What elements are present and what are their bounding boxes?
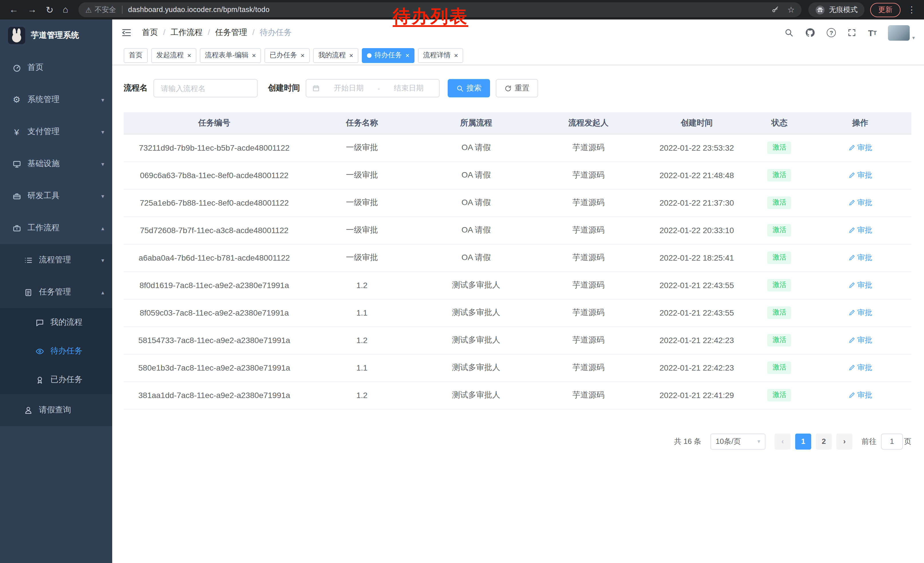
key-icon[interactable] bbox=[771, 6, 780, 14]
forward-icon[interactable]: → bbox=[27, 5, 37, 15]
chevron-down-icon: ▾ bbox=[101, 96, 104, 103]
prev-page-button[interactable]: ‹ bbox=[775, 433, 790, 449]
table-row: 8f0d1619-7ac8-11ec-a9e2-a2380e71991a 1.2… bbox=[124, 272, 911, 299]
page-size-select[interactable]: 10条/页 ▾ bbox=[711, 433, 765, 449]
tab-start-process[interactable]: 发起流程× bbox=[151, 48, 196, 63]
help-icon[interactable]: ? bbox=[826, 28, 836, 37]
active-dot-icon bbox=[367, 53, 372, 57]
tab-done-tasks[interactable]: 已办任务× bbox=[264, 48, 310, 63]
col-created: 创建时间 bbox=[644, 112, 750, 134]
close-icon[interactable]: × bbox=[454, 52, 458, 59]
close-icon[interactable]: × bbox=[405, 52, 410, 59]
search-icon bbox=[456, 84, 464, 92]
sidebar-item-task-mgmt[interactable]: 任务管理 ▴ bbox=[0, 276, 112, 308]
search-icon[interactable] bbox=[784, 28, 794, 37]
approve-link[interactable]: 审批 bbox=[848, 143, 872, 153]
approve-link[interactable]: 审批 bbox=[848, 170, 872, 180]
goto-page-input[interactable] bbox=[881, 433, 903, 449]
sidebar-item-infra[interactable]: 基础设施 ▾ bbox=[0, 148, 112, 180]
update-button[interactable]: 更新 bbox=[870, 3, 900, 17]
table-header-row: 任务编号 任务名称 所属流程 流程发起人 创建时间 状态 操作 bbox=[124, 112, 911, 134]
refresh-icon bbox=[504, 84, 512, 92]
date-range-picker[interactable]: 开始日期 - 结束日期 bbox=[306, 79, 440, 98]
sidebar-item-my-process[interactable]: 我的流程 bbox=[0, 308, 112, 337]
sidebar-fold-icon[interactable] bbox=[122, 27, 132, 38]
user-avatar[interactable]: ▾ bbox=[888, 25, 915, 41]
table-row: 381aa1dd-7ac8-11ec-a9e2-a2380e71991a 1.2… bbox=[124, 381, 911, 409]
approve-link[interactable]: 审批 bbox=[848, 280, 872, 290]
font-size-icon[interactable]: TT bbox=[868, 28, 877, 38]
close-icon[interactable]: × bbox=[349, 52, 353, 59]
sidebar-item-payment[interactable]: ¥ 支付管理 ▾ bbox=[0, 116, 112, 148]
tab-form-edit[interactable]: 流程表单-编辑× bbox=[200, 48, 261, 63]
col-task-id: 任务编号 bbox=[124, 112, 305, 134]
sidebar-item-process-mgmt[interactable]: 流程管理 ▾ bbox=[0, 244, 112, 276]
chevron-down-icon: ▾ bbox=[101, 257, 104, 263]
home-icon[interactable]: ⌂ bbox=[63, 5, 68, 15]
tab-home[interactable]: 首页 bbox=[124, 48, 148, 63]
next-page-button[interactable]: › bbox=[836, 433, 852, 449]
sidebar-item-workflow[interactable]: 工作流程 ▴ bbox=[0, 212, 112, 244]
breadcrumb-task-mgmt[interactable]: 任务管理 bbox=[215, 27, 260, 38]
browser-menu-icon[interactable]: ⋮ bbox=[905, 5, 918, 15]
table-row: 580e1b3d-7ac8-11ec-a9e2-a2380e71991a 1.1… bbox=[124, 354, 911, 381]
approve-link[interactable]: 审批 bbox=[848, 198, 872, 208]
breadcrumb-workflow[interactable]: 工作流程 bbox=[171, 27, 215, 38]
col-action: 操作 bbox=[809, 112, 911, 134]
chevron-up-icon: ▴ bbox=[101, 225, 104, 231]
sidebar-item-devtools[interactable]: 研发工具 ▾ bbox=[0, 180, 112, 212]
gear-icon: ⚙ bbox=[12, 95, 22, 105]
approve-link[interactable]: 审批 bbox=[848, 252, 872, 263]
end-date-placeholder: 结束日期 bbox=[384, 83, 434, 93]
tab-process-detail[interactable]: 流程详情× bbox=[418, 48, 463, 63]
breadcrumb-home[interactable]: 首页 bbox=[142, 27, 171, 38]
fullscreen-icon[interactable] bbox=[847, 28, 856, 37]
chat-icon bbox=[34, 318, 45, 327]
yen-icon: ¥ bbox=[12, 127, 22, 137]
edit-icon bbox=[848, 254, 855, 261]
search-button[interactable]: 搜索 bbox=[448, 79, 490, 98]
sidebar-item-leave-query[interactable]: 请假查询 bbox=[0, 394, 112, 426]
logo-rabbit-icon bbox=[8, 27, 25, 44]
chevron-down-icon: ▾ bbox=[101, 161, 104, 167]
sidebar-item-system[interactable]: ⚙ 系统管理 ▾ bbox=[0, 84, 112, 116]
tab-my-process[interactable]: 我的流程× bbox=[313, 48, 358, 63]
tag-view-bar: 首页 发起流程× 流程表单-编辑× 已办任务× 我的流程× 待办任务× bbox=[112, 46, 924, 65]
clipboard-icon bbox=[23, 288, 33, 296]
approve-link[interactable]: 审批 bbox=[848, 335, 872, 345]
eye-icon bbox=[34, 347, 45, 355]
close-icon[interactable]: × bbox=[252, 52, 256, 59]
reload-icon[interactable]: ↻ bbox=[46, 4, 54, 15]
security-label[interactable]: 不安全 bbox=[95, 5, 116, 15]
back-icon[interactable]: ← bbox=[9, 5, 18, 15]
table-row: 069c6a63-7b8a-11ec-8ef0-acde48001122 一级审… bbox=[124, 162, 911, 189]
incognito-badge: 无痕模式 bbox=[808, 2, 864, 17]
bookmark-star-icon[interactable]: ☆ bbox=[788, 5, 795, 14]
sidebar-item-home[interactable]: 首页 bbox=[0, 51, 112, 84]
reset-button[interactable]: 重置 bbox=[496, 79, 538, 98]
warning-icon: ⚠ bbox=[85, 6, 92, 14]
table-row: 8f059c03-7ac8-11ec-a9e2-a2380e71991a 1.1… bbox=[124, 299, 911, 326]
approve-link[interactable]: 审批 bbox=[848, 308, 872, 318]
sidebar-item-done-tasks[interactable]: 已办任务 bbox=[0, 365, 112, 394]
omnibox-divider bbox=[122, 6, 123, 14]
caret-down-icon: ▾ bbox=[758, 438, 760, 444]
person-icon bbox=[23, 406, 33, 414]
page-button-1[interactable]: 1 bbox=[795, 433, 811, 449]
screen: 待办列表 ← → ↻ ⌂ ⚠ 不安全 dashboard.yudao.iocod… bbox=[0, 0, 924, 563]
close-icon[interactable]: × bbox=[300, 52, 304, 59]
approve-link[interactable]: 审批 bbox=[848, 225, 872, 236]
page-button-2[interactable]: 2 bbox=[816, 433, 832, 449]
edit-icon bbox=[848, 227, 855, 234]
github-icon[interactable] bbox=[805, 27, 815, 38]
close-icon[interactable]: × bbox=[187, 52, 191, 59]
edit-icon bbox=[848, 364, 855, 371]
edit-icon bbox=[848, 282, 855, 289]
sidebar-item-todo-tasks[interactable]: 待办任务 bbox=[0, 337, 112, 365]
process-name-input[interactable] bbox=[153, 79, 258, 98]
approve-link[interactable]: 审批 bbox=[848, 363, 872, 373]
approve-link[interactable]: 审批 bbox=[848, 390, 872, 400]
status-badge: 激活 bbox=[767, 362, 792, 374]
tab-todo-tasks[interactable]: 待办任务× bbox=[362, 48, 414, 63]
breadcrumb-current: 待办任务 bbox=[260, 27, 292, 38]
